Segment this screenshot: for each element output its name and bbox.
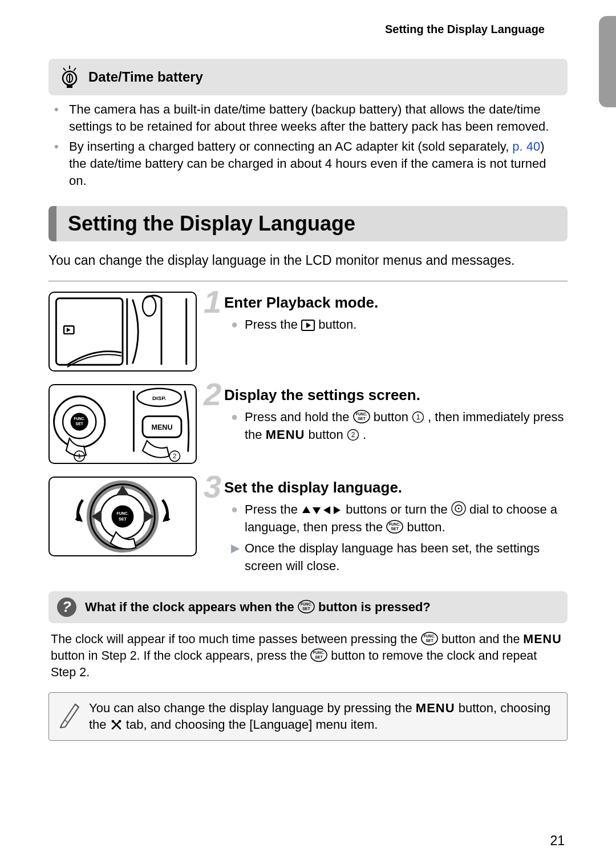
circled-one-icon xyxy=(412,411,424,423)
circle-bullet-icon: ● xyxy=(231,409,245,444)
text: button xyxy=(309,427,347,442)
instruction-line: ▶ Once the display language has been set… xyxy=(231,540,568,575)
text: You can also change the display language… xyxy=(89,701,416,715)
step-block: FUNC. SET 1 DISP. MENU 2 2 xyxy=(48,384,568,464)
step-title: Enter Playback mode. xyxy=(224,294,568,312)
text: button and the xyxy=(441,632,523,646)
text: button is pressed? xyxy=(318,600,431,614)
text: . xyxy=(363,427,366,442)
step-block: 1 Enter Playback mode. ● Press the butto… xyxy=(48,292,568,372)
func-set-icon xyxy=(353,410,370,423)
running-head: Setting the Display Language xyxy=(48,23,568,36)
bullet-dot: • xyxy=(54,101,69,135)
text: button. xyxy=(318,317,356,332)
func-set-icon xyxy=(386,520,403,534)
svg-text:SET: SET xyxy=(119,516,127,522)
direction-arrows-icon xyxy=(301,504,342,516)
svg-marker-58 xyxy=(75,514,83,523)
divider xyxy=(48,281,568,281)
svg-text:2: 2 xyxy=(173,453,176,460)
question-banner: What if the clock appears when the butto… xyxy=(48,591,568,623)
list-item-text: The camera has a built-in date/time batt… xyxy=(69,101,565,135)
text: What if the clock appears when the xyxy=(85,600,298,614)
text: button. xyxy=(407,520,445,534)
note-text: You can also change the display language… xyxy=(89,700,558,733)
step-number: 3 xyxy=(204,471,221,503)
step-block: FUNC. SET DISP. 3 Set the display langua… xyxy=(48,477,568,578)
list-item: • The camera has a built-in date/time ba… xyxy=(54,101,565,135)
tip-bullet-list: • The camera has a built-in date/time ba… xyxy=(48,101,568,189)
question-mark-icon xyxy=(56,597,77,617)
list-item-text: By inserting a charged battery or connec… xyxy=(69,138,565,189)
menu-label: MENU xyxy=(266,427,305,442)
svg-text:FUNC.: FUNC. xyxy=(117,512,129,516)
menu-label: MENU xyxy=(416,701,455,715)
step-body: 2 Display the settings screen. ● Press a… xyxy=(208,384,568,447)
step-illustration xyxy=(48,292,197,372)
svg-point-33 xyxy=(143,296,156,316)
text: Once the display language has been set, … xyxy=(245,540,568,575)
step-illustration: FUNC. SET 1 DISP. MENU 2 xyxy=(48,384,197,464)
func-set-icon xyxy=(298,600,315,613)
instruction-line: ● Press and hold the button , then immed… xyxy=(231,409,568,444)
section-intro: You can change the display language in t… xyxy=(48,252,568,269)
tip-banner: Date/Time battery xyxy=(48,59,568,95)
svg-text:MENU: MENU xyxy=(151,423,172,431)
step-body: 3 Set the display language. ● Press the … xyxy=(208,477,568,578)
svg-text:DISP.: DISP. xyxy=(152,395,166,402)
step-title: Display the settings screen. xyxy=(224,386,568,404)
page-number: 21 xyxy=(550,833,565,849)
text: tab, and choosing the [Language] menu it… xyxy=(126,717,378,732)
tools-tab-icon xyxy=(110,718,123,731)
svg-text:1: 1 xyxy=(78,453,81,460)
text: Press the xyxy=(245,502,301,516)
instruction-line: ● Press the buttons or turn the dial to … xyxy=(231,501,568,536)
text: buttons or turn the xyxy=(346,502,451,516)
menu-label: MENU xyxy=(523,632,561,646)
question-title: What if the clock appears when the butto… xyxy=(85,600,431,615)
svg-text:FUNC.: FUNC. xyxy=(74,417,85,421)
step-number: 2 xyxy=(204,378,221,410)
circle-bullet-icon: ● xyxy=(231,316,245,334)
question-body: The clock will appear if too much time p… xyxy=(51,631,565,681)
manual-page: Setting the Display Language Date/Time b… xyxy=(0,0,616,868)
step-number: 1 xyxy=(204,286,221,318)
step-body: 1 Enter Playback mode. ● Press the butto… xyxy=(208,292,568,337)
pencil-icon xyxy=(58,700,80,728)
circled-two-icon xyxy=(347,429,359,441)
list-item: • By inserting a charged battery or conn… xyxy=(54,138,565,189)
playback-icon xyxy=(301,320,315,331)
func-set-icon xyxy=(421,632,438,645)
step-title: Set the display language. xyxy=(224,479,568,496)
page-reference-link[interactable]: p. 40 xyxy=(512,139,540,154)
tip-title: Date/Time battery xyxy=(88,69,203,85)
svg-marker-59 xyxy=(163,514,171,523)
svg-marker-32 xyxy=(67,328,71,333)
func-set-icon xyxy=(310,648,327,662)
text: Press the xyxy=(245,317,301,332)
instruction-line: ● Press the button. xyxy=(231,316,568,334)
text: Press and hold the xyxy=(245,410,353,424)
bullet-dot: • xyxy=(54,138,69,189)
side-tab xyxy=(599,16,616,107)
control-dial-icon xyxy=(451,501,466,516)
lightbulb-icon xyxy=(60,64,79,90)
note-box: You can also change the display language… xyxy=(48,692,568,741)
triangle-bullet-icon: ▶ xyxy=(231,540,245,575)
text: button in Step 2. If the clock appears, … xyxy=(51,649,310,663)
text: button xyxy=(374,410,412,424)
step-illustration: FUNC. SET DISP. xyxy=(48,477,197,556)
text: The clock will appear if too much time p… xyxy=(51,632,421,646)
circle-bullet-icon: ● xyxy=(231,501,245,536)
section-heading: Setting the Display Language xyxy=(48,206,568,241)
text: By inserting a charged battery or connec… xyxy=(69,139,512,154)
svg-text:SET: SET xyxy=(76,422,84,426)
